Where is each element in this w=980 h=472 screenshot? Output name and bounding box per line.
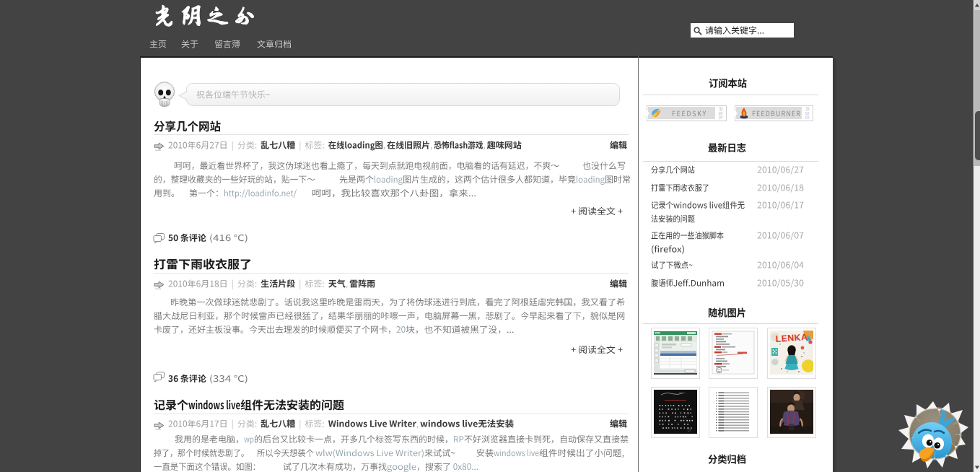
- svg-text:LT: LT: [688, 429, 691, 432]
- svg-text:RSS: RSS: [804, 108, 810, 120]
- svg-text:RSS: RSS: [717, 108, 724, 120]
